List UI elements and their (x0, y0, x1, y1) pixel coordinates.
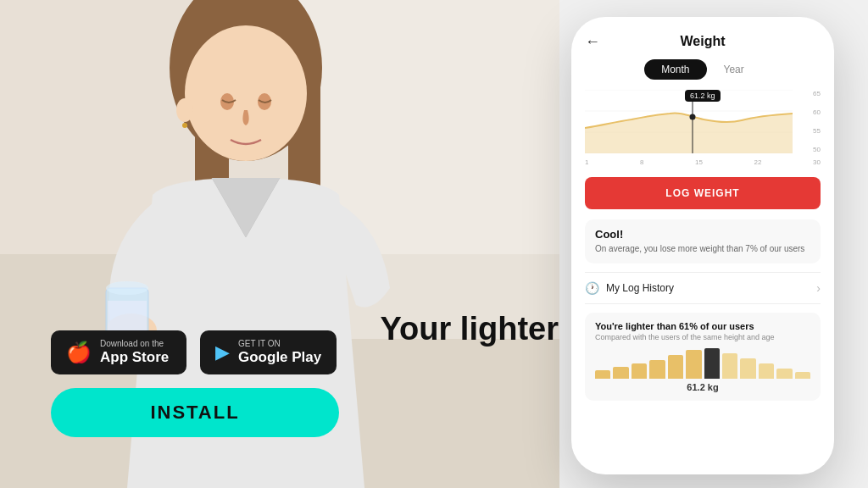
log-weight-button[interactable]: LOG WEIGHT (585, 177, 821, 209)
bar-11 (776, 369, 792, 379)
tab-year[interactable]: Year (707, 59, 761, 80)
lighter-title: You're lighter than 61% of our users (595, 321, 810, 331)
lighter-weight-label: 61.2 kg (595, 382, 810, 392)
hero-text-area: Your lighter (381, 311, 559, 348)
google-play-big-text: Google Play (238, 349, 321, 366)
clock-icon: 🕐 (585, 281, 599, 295)
x-label-30: 30 (813, 158, 821, 166)
bar-4 (649, 360, 665, 379)
phone-frame: ← Weight Month Year 65 60 55 50 (571, 17, 834, 474)
y-label-65: 65 (813, 90, 821, 97)
app-store-big-text: App Store (100, 349, 169, 366)
bar-3 (632, 363, 647, 379)
log-history-row[interactable]: 🕐 My Log History › (585, 272, 821, 304)
cool-desc: On average, you lose more weight than 7%… (595, 243, 810, 255)
bar-8 (722, 353, 737, 379)
back-button[interactable]: ← (585, 33, 600, 51)
phone-mockup: ← Weight Month Year 65 60 55 50 (571, 17, 834, 474)
svg-point-14 (182, 123, 187, 128)
svg-point-13 (176, 98, 193, 122)
x-axis-labels: 1 8 15 22 30 (585, 158, 821, 166)
google-play-icon: ▶ (215, 343, 230, 362)
bar-1 (595, 370, 610, 379)
y-label-55: 55 (813, 127, 821, 135)
x-label-1: 1 (585, 158, 588, 166)
chart-tooltip: 61.2 kg (685, 90, 721, 102)
cool-card: Cool! On average, you lose more weight t… (585, 219, 821, 263)
bar-10 (759, 363, 774, 379)
app-store-small-text: Download on the (100, 339, 169, 349)
x-label-22: 22 (754, 158, 762, 166)
tab-row: Month Year (585, 59, 821, 80)
bar-12 (795, 372, 810, 379)
phone-content: ← Weight Month Year 65 60 55 50 (571, 17, 834, 418)
cool-title: Cool! (595, 228, 810, 241)
screen-title: Weight (680, 34, 725, 49)
y-label-50: 50 (813, 146, 821, 153)
left-content-area: 🍎 Download on the App Store ▶ GET IT ON … (51, 330, 339, 437)
google-play-button[interactable]: ▶ GET IT ON Google Play (200, 330, 337, 374)
store-buttons-row: 🍎 Download on the App Store ▶ GET IT ON … (51, 330, 339, 374)
bar-6 (686, 350, 701, 379)
svg-point-20 (690, 114, 696, 120)
lighter-desc: Compared with the users of the same heig… (595, 333, 810, 341)
log-history-label: My Log History (606, 282, 674, 294)
app-store-button[interactable]: 🍎 Download on the App Store (51, 330, 186, 374)
tooltip-value: 61.2 kg (690, 92, 715, 100)
google-play-small-text: GET IT ON (238, 339, 321, 349)
phone-header: ← Weight (585, 34, 821, 49)
bar-5 (668, 355, 683, 379)
hero-line1: Your lighter (381, 311, 559, 348)
svg-point-6 (185, 25, 307, 161)
google-play-text: GET IT ON Google Play (238, 339, 321, 366)
tab-month[interactable]: Month (644, 59, 706, 80)
bar-2 (613, 367, 628, 379)
x-label-15: 15 (695, 158, 703, 166)
lighter-card: You're lighter than 61% of our users Com… (585, 313, 821, 401)
log-history-left: 🕐 My Log History (585, 281, 674, 295)
y-label-60: 60 (813, 108, 821, 116)
svg-point-9 (106, 281, 148, 295)
mini-bar-chart (595, 348, 810, 379)
bar-9 (740, 358, 755, 379)
chevron-right-icon: › (816, 281, 821, 295)
bar-7-active (704, 348, 720, 379)
app-store-text: Download on the App Store (100, 339, 169, 366)
apple-icon: 🍎 (66, 342, 92, 363)
x-label-8: 8 (640, 158, 643, 166)
install-button[interactable]: INSTALL (51, 388, 339, 437)
weight-chart: 65 60 55 50 (585, 90, 821, 170)
